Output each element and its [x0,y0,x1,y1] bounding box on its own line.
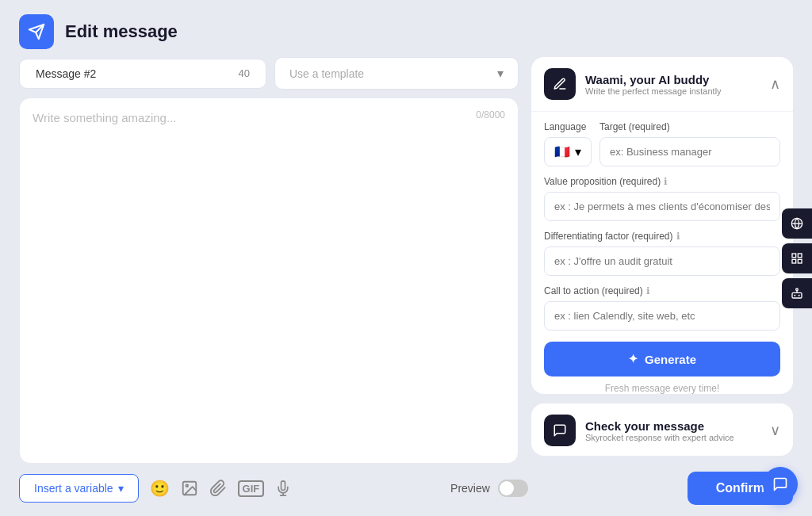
ai-icon [544,68,576,100]
language-select[interactable]: 🇫🇷 ▾ [544,137,592,166]
textarea-placeholder: Write something amazing... [33,111,176,124]
check-card-header-text: Check your message Skyrocket response wi… [585,419,734,442]
ai-card-title: Waami, your AI buddy [585,73,722,86]
target-label: Target (required) [599,121,780,132]
side-float-buttons [782,208,812,308]
template-chevron-icon: ▾ [497,66,504,81]
grid-icon[interactable] [782,243,812,273]
ai-card-body: Language 🇫🇷 ▾ Target (required) [531,111,793,394]
cta-group: Call to action (required) ℹ [544,285,780,331]
check-icon [544,415,576,446]
preview-toggle: Preview [450,480,528,497]
template-select-label: Use a template [289,67,364,80]
page-title: Edit message [65,21,178,42]
svg-rect-8 [792,292,802,298]
message-label: Message #2 [36,67,96,80]
svg-point-14 [186,484,188,487]
gif-icon[interactable]: GIF [238,480,265,497]
value-prop-label: Value proposition (required) ℹ [544,176,780,187]
app-icon [19,14,54,49]
chat-bubble-button[interactable] [763,467,798,502]
bottom-icons: 🙂 GIF [150,479,292,498]
svg-rect-5 [798,254,802,258]
value-prop-info-icon: ℹ [664,176,668,187]
ai-card: Waami, your AI buddy Write the perfect m… [531,57,793,394]
cta-info-icon: ℹ [646,285,650,296]
svg-rect-6 [792,259,796,263]
diff-factor-info-icon: ℹ [676,231,680,242]
diff-factor-label: Differentiating factor (required) ℹ [544,231,780,242]
translate-icon[interactable] [782,208,812,239]
ai-card-header[interactable]: Waami, your AI buddy Write the perfect m… [531,57,793,111]
message-bar: Message #2 40 Use a template ▾ [19,57,519,90]
message-textarea-box[interactable]: 0/8000 Write something amazing... [19,97,519,464]
header: Edit message [0,0,812,57]
char-counter: 0/8000 [476,109,505,120]
message-label-box: Message #2 40 [19,59,266,89]
lang-chevron-icon: ▾ [575,144,581,159]
cta-input[interactable] [544,301,780,331]
ai-card-header-text: Waami, your AI buddy Write the perfect m… [585,73,722,96]
generate-label: Generate [645,353,696,366]
check-card-header[interactable]: Check your message Skyrocket response wi… [531,403,793,456]
lang-target-group: Language 🇫🇷 ▾ Target (required) [544,121,780,166]
diff-factor-group: Differentiating factor (required) ℹ [544,231,780,276]
svg-rect-4 [792,254,796,258]
target-input[interactable] [599,137,780,166]
generate-button[interactable]: ✦ Generate [544,342,780,376]
insert-variable-label: Insert a variable [34,482,113,495]
attachment-icon[interactable] [209,480,227,497]
mic-icon[interactable] [275,480,291,496]
emoji-icon[interactable]: 🙂 [150,479,170,498]
bottom-bar: Insert a variable ▾ 🙂 GIF Preview Confir… [0,464,812,516]
main-content: Message #2 40 Use a template ▾ 0/8000 Wr… [0,57,812,464]
template-select[interactable]: Use a template ▾ [274,57,519,90]
check-card-title: Check your message [585,419,734,433]
value-prop-group: Value proposition (required) ℹ [544,176,780,221]
svg-rect-7 [798,259,802,263]
svg-point-9 [796,289,799,291]
message-count: 40 [239,67,250,79]
preview-toggle-switch[interactable] [498,480,528,497]
right-panel: Waami, your AI buddy Write the perfect m… [531,57,793,464]
check-card-header-left: Check your message Skyrocket response wi… [544,415,734,446]
bot-icon[interactable] [782,278,812,308]
check-card-subtitle: Skyrocket response with expert advice [585,433,734,442]
left-panel: Message #2 40 Use a template ▾ 0/8000 Wr… [19,57,519,464]
insert-variable-button[interactable]: Insert a variable ▾ [19,474,139,503]
preview-label: Preview [450,482,490,495]
sparkle-icon: ✦ [628,352,638,366]
cta-label: Call to action (required) ℹ [544,285,780,296]
ai-card-chevron-icon[interactable]: ∧ [770,75,780,93]
value-prop-input[interactable] [544,192,780,221]
insert-var-chevron-icon: ▾ [118,482,124,495]
check-card: Check your message Skyrocket response wi… [531,403,793,456]
language-field: Language 🇫🇷 ▾ [544,121,592,166]
flag-emoji: 🇫🇷 [554,144,570,159]
image-icon[interactable] [181,480,198,497]
diff-factor-input[interactable] [544,247,780,276]
bottom-left: Insert a variable ▾ 🙂 GIF [19,474,291,503]
ai-card-header-left: Waami, your AI buddy Write the perfect m… [544,68,722,100]
language-label: Language [544,121,592,132]
ai-card-subtitle: Write the perfect message instantly [585,86,722,96]
generate-note: Fresh message every time! [544,383,780,394]
check-card-chevron-icon[interactable]: ∨ [770,422,780,439]
target-field: Target (required) [599,121,780,166]
